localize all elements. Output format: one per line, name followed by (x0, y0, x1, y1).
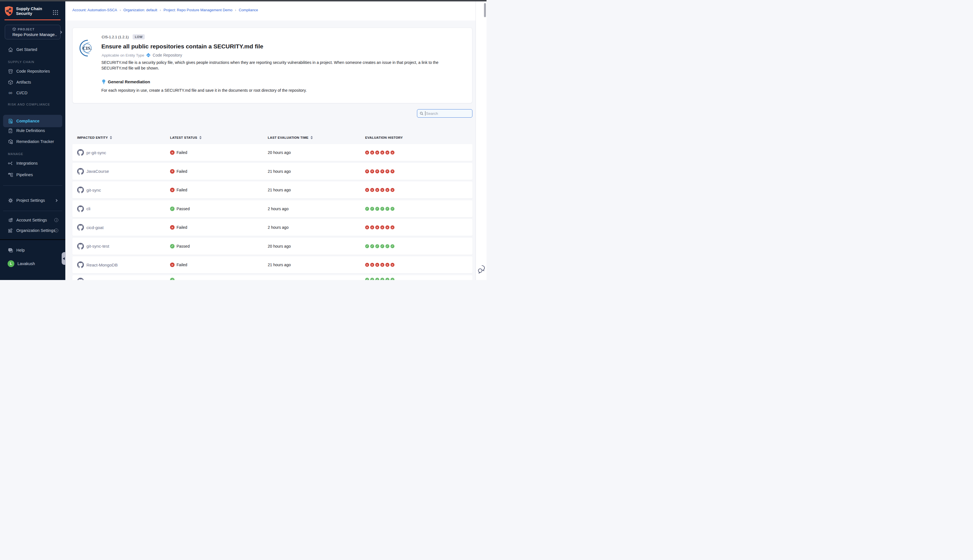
scrollbar-thumb[interactable] (484, 3, 486, 17)
sidebar-collapse-button[interactable] (62, 252, 66, 265)
table-row[interactable]: JavaCourse ×Failed 21 hours ago ×××××× (72, 163, 472, 180)
history-fail-icon: × (375, 169, 379, 173)
search-box (417, 109, 472, 118)
svg-text:</>: </> (147, 54, 150, 56)
history-fail-icon: × (370, 263, 374, 267)
user-menu[interactable]: L Lavakush (3, 258, 62, 269)
table-row[interactable]: cli ✓Passed 2 hours ago ✓✓✓✓✓✓ (72, 200, 472, 217)
info-icon[interactable]: i (54, 218, 58, 222)
rule-description: SECURITY.md file is a security policy fi… (101, 60, 465, 71)
project-label: PROJECT (18, 28, 35, 31)
sidebar-item-remediation-tracker[interactable]: Remediation Tracker (3, 136, 62, 147)
evaluation-history: ×××××× (365, 263, 472, 267)
history-fail-icon: × (365, 225, 369, 229)
sidebar-item-help[interactable]: ? Help (3, 245, 62, 256)
rule-title: Ensure all public repositories contain a… (101, 43, 263, 50)
sort-icon[interactable] (199, 136, 202, 139)
history-pass-icon: ✓ (370, 207, 374, 211)
info-icon[interactable]: i (54, 228, 58, 232)
breadcrumb: Account: Automation-SSCA › Organization:… (72, 8, 258, 12)
column-header-last-evaluation-time: LAST EVALUATION TIME (268, 136, 309, 139)
triangle-left-icon (63, 257, 65, 260)
history-fail-icon: × (375, 188, 379, 192)
search-input[interactable] (426, 112, 470, 116)
branch-icon (8, 160, 13, 166)
chat-feedback-icon[interactable] (478, 265, 486, 274)
github-icon (77, 168, 84, 175)
cube-icon (12, 27, 16, 31)
evaluation-history: ×××××× (365, 225, 472, 229)
sort-icon[interactable] (110, 136, 112, 139)
box-wrench-icon (8, 139, 13, 144)
sidebar-item-project-settings[interactable]: Project Settings (3, 195, 62, 206)
sidebar-item-cicd[interactable]: ∞ CI/CD (3, 87, 62, 98)
app-switcher-icon[interactable] (53, 10, 58, 15)
pipeline-icon (8, 172, 13, 178)
severity-badge: LOW (133, 34, 145, 39)
table-row[interactable]: git-sync ×Failed 21 hours ago ×××××× (72, 182, 472, 198)
history-pass-icon: ✓ (370, 244, 374, 248)
history-fail-icon: × (375, 225, 379, 229)
history-pass-icon: ✓ (375, 244, 379, 248)
history-fail-icon: × (381, 169, 384, 173)
status-icon: × (170, 169, 175, 173)
rule-detail-card: CIS. CIS-1.2.1 (1.2.1) LOW Ensure all pu… (72, 28, 472, 103)
sort-icon[interactable] (310, 136, 313, 139)
divider (3, 211, 62, 211)
code-repo-icon (8, 68, 13, 74)
divider (0, 239, 65, 240)
history-fail-icon: × (386, 263, 389, 267)
history-pass-icon: ✓ (381, 244, 384, 248)
history-pass-icon: ✓ (391, 244, 394, 248)
svg-text:?: ? (9, 248, 10, 251)
divider (3, 185, 62, 186)
status-icon: ✓ (170, 244, 175, 248)
org-gear-icon (8, 228, 13, 233)
github-icon (77, 262, 84, 268)
history-pass-icon: ✓ (386, 278, 389, 280)
breadcrumb-organization-link[interactable]: Organization: default (124, 8, 157, 12)
table-row[interactable]: ✓ ✓✓✓✓✓✓ (72, 275, 472, 280)
github-icon (77, 187, 84, 193)
sidebar: Supply ChainSecurity PROJECT Repo Postur… (0, 2, 65, 280)
help-chat-icon: ? (8, 247, 13, 253)
rule-id: CIS-1.2.1 (1.2.1) (102, 35, 129, 39)
applicable-label: Applicable on Entity Type (102, 53, 144, 57)
history-fail-icon: × (365, 188, 369, 192)
avatar: L (8, 260, 14, 267)
table-row[interactable]: pr-git-sync ×Failed 20 hours ago ×××××× (72, 144, 472, 161)
history-fail-icon: × (391, 150, 394, 155)
history-pass-icon: ✓ (391, 207, 394, 211)
sidebar-item-organization-settings[interactable]: Organization Settings i (3, 225, 62, 236)
scrollbar-track (476, 2, 486, 280)
table-row[interactable]: git-sync-test ✓Passed 20 hours ago ✓✓✓✓✓… (72, 238, 472, 255)
sidebar-item-integrations[interactable]: Integrations (3, 158, 62, 169)
table-row[interactable]: cicd-goat ×Failed 2 hours ago ×××××× (72, 219, 472, 236)
history-fail-icon: × (386, 188, 389, 192)
status-icon: × (170, 263, 175, 267)
sidebar-item-artifacts[interactable]: Artifacts (3, 77, 62, 88)
table-header: IMPACTED ENTITY LATEST STATUS LAST EVALU… (72, 135, 472, 141)
breadcrumb-account-link[interactable]: Account: Automation-SSCA (72, 8, 117, 12)
table-row[interactable]: React-MongoDB ×Failed 21 hours ago ×××××… (72, 257, 472, 273)
history-fail-icon: × (375, 263, 379, 267)
doc-search-icon (8, 118, 13, 124)
chevron-separator: › (235, 8, 236, 12)
cube-icon (8, 79, 13, 85)
text-caret (425, 111, 426, 116)
sidebar-item-rule-definitions[interactable]: Rule Definitions (3, 125, 62, 136)
sidebar-item-account-settings[interactable]: Account Settings i (3, 215, 62, 226)
sidebar-item-get-started[interactable]: Get Started (3, 44, 62, 55)
breadcrumb-compliance-link[interactable]: Compliance (239, 8, 258, 12)
svg-text:CIS.: CIS. (82, 46, 92, 51)
project-selector[interactable]: PROJECT Repo Posture Manage... (5, 25, 60, 39)
sidebar-item-pipelines[interactable]: Pipelines (3, 169, 62, 180)
history-pass-icon: ✓ (375, 207, 379, 211)
sidebar-item-code-repositories[interactable]: Code Repositories (3, 65, 62, 77)
breadcrumb-project-link[interactable]: Project: Repo Posture Management Demo (164, 8, 232, 12)
history-pass-icon: ✓ (365, 278, 369, 280)
search-icon (420, 112, 424, 116)
infinity-icon: ∞ (8, 90, 13, 96)
remediation-text: For each repository in use, create a SEC… (101, 88, 307, 93)
column-header-evaluation-history: EVALUATION HISTORY (365, 136, 403, 139)
